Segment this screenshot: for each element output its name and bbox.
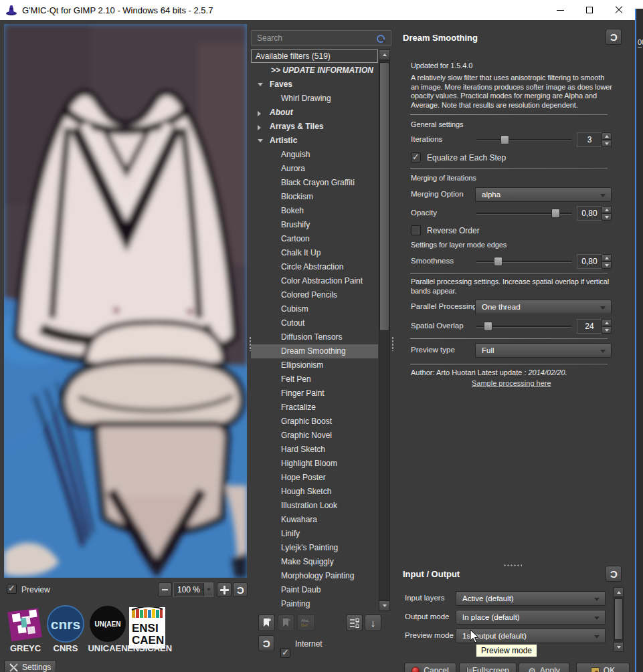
filter-item[interactable]: Hough Sketch — [251, 485, 378, 499]
filter-item[interactable]: Lylejk's Painting — [251, 541, 378, 555]
filter-item[interactable]: Cubism — [251, 302, 378, 316]
cancel-button[interactable]: Cancel — [404, 663, 456, 672]
preview-image[interactable] — [4, 24, 247, 578]
overlap-slider[interactable] — [476, 320, 572, 332]
filter-item[interactable]: Cartoon — [251, 232, 378, 246]
filter-item[interactable]: Morphology Painting — [251, 569, 378, 583]
minimize-button[interactable] — [545, 0, 575, 20]
filter-item[interactable]: Black Crayon Graffiti — [251, 176, 378, 190]
iterations-slider[interactable] — [476, 134, 572, 146]
chevron-right-icon[interactable] — [258, 125, 261, 130]
filter-category[interactable]: About — [251, 106, 378, 120]
close-button[interactable] — [604, 0, 634, 20]
filter-item[interactable]: Brushify — [251, 218, 378, 232]
spin-down-button[interactable] — [602, 326, 612, 334]
preview-checkbox[interactable] — [7, 584, 17, 594]
iterations-value[interactable]: 3 — [577, 132, 602, 147]
spin-down-button[interactable] — [602, 213, 612, 221]
sample-processing-link[interactable]: Sample processing here — [472, 379, 551, 387]
chevron-right-icon[interactable] — [258, 111, 261, 116]
maximize-button[interactable] — [575, 0, 604, 20]
chevron-down-icon[interactable] — [258, 139, 263, 142]
spin-up-button[interactable] — [602, 254, 612, 261]
filter-item[interactable]: Blockism — [251, 190, 378, 204]
equalize-checkbox[interactable] — [411, 152, 421, 162]
filter-item[interactable]: Graphic Boost — [251, 415, 378, 429]
input-layers-select[interactable]: Active (default) — [456, 591, 606, 606]
filter-item[interactable]: Colored Pencils — [251, 288, 378, 302]
filter-item[interactable]: Paint Daub — [251, 583, 378, 597]
smoothness-slider[interactable] — [476, 255, 572, 267]
io-scroll-up-button[interactable] — [614, 587, 624, 597]
opacity-spinbox[interactable]: 0,80 — [577, 206, 612, 221]
chevron-down-icon[interactable] — [258, 83, 263, 86]
search-input[interactable] — [257, 33, 371, 43]
smoothness-slider-handle[interactable] — [494, 257, 502, 266]
refresh-filters-button[interactable]: C — [258, 635, 274, 651]
zoom-in-button[interactable] — [217, 582, 232, 597]
settings-button[interactable]: Settings — [4, 660, 56, 672]
filter-item[interactable]: >> UPDATE INFORMATION — [251, 64, 378, 78]
filter-item[interactable]: Make Squiggly — [251, 555, 378, 569]
smoothness-spinbox[interactable]: 0,80 — [577, 254, 612, 269]
smoothness-value[interactable]: 0,80 — [577, 254, 602, 269]
filter-item[interactable]: Graphic Novel — [251, 429, 378, 443]
remove-fave-button[interactable] — [278, 614, 294, 631]
parallel-select[interactable]: One thread — [475, 300, 612, 314]
ok-button[interactable]: OK — [576, 663, 630, 672]
preview-type-select[interactable]: Full — [475, 343, 612, 358]
filter-item[interactable]: Cutout — [251, 316, 378, 330]
opacity-value[interactable]: 0,80 — [577, 206, 602, 221]
filter-list[interactable]: >> UPDATE INFORMATIONFavesWhirl DrawingA… — [251, 64, 378, 612]
opacity-slider[interactable] — [476, 207, 572, 219]
spin-down-button[interactable] — [602, 261, 612, 269]
overlap-slider-handle[interactable] — [484, 322, 492, 331]
spin-up-button[interactable] — [602, 319, 612, 326]
filter-item[interactable]: Circle Abstraction — [251, 260, 378, 274]
filter-item[interactable]: Color Abstraction Paint — [251, 274, 378, 288]
io-scrollbar-thumb[interactable] — [614, 598, 623, 640]
fullscreen-button[interactable]: Fullscreen — [459, 663, 517, 672]
filter-category[interactable]: Arrays & Tiles — [251, 120, 378, 134]
zoom-reset-button[interactable]: C — [233, 582, 248, 597]
spin-up-button[interactable] — [602, 206, 612, 213]
chevron-down-icon[interactable] — [203, 583, 213, 596]
add-fave-button[interactable] — [258, 614, 275, 631]
splitter-handle-left[interactable] — [249, 336, 252, 351]
filter-item[interactable]: Illustration Look — [251, 499, 378, 513]
search-field[interactable] — [251, 30, 391, 46]
spin-up-button[interactable] — [602, 132, 612, 140]
zoom-out-button[interactable] — [158, 582, 172, 597]
apply-button[interactable]: ⚙ Apply — [519, 663, 569, 672]
download-filters-button[interactable]: ↓ — [365, 614, 381, 631]
opacity-slider-handle[interactable] — [551, 209, 560, 218]
filter-item[interactable]: Dream Smoothing — [251, 344, 378, 358]
overlap-spinbox[interactable]: 24 — [577, 319, 612, 334]
filter-item[interactable]: Aurora — [251, 162, 378, 176]
output-mode-select[interactable]: In place (default) — [456, 610, 606, 625]
merging-option-select[interactable]: alpha — [475, 187, 612, 202]
filter-item[interactable]: Finger Paint — [251, 386, 378, 401]
io-scroll-down-button[interactable] — [614, 642, 624, 652]
list-scroll-down-button[interactable] — [379, 600, 390, 611]
filter-item[interactable]: Fractalize — [251, 401, 378, 415]
splitter-handle-horizontal[interactable] — [503, 564, 522, 567]
filter-item[interactable]: Bokeh — [251, 204, 378, 218]
filter-item[interactable]: Felt Pen — [251, 372, 378, 386]
filter-item[interactable]: Hard Sketch — [251, 443, 378, 457]
filter-item[interactable]: Ellipsionism — [251, 358, 378, 372]
filter-item[interactable]: Whirl Drawing — [251, 92, 378, 106]
reset-io-button[interactable]: C — [606, 566, 622, 582]
filter-item[interactable]: Diffusion Tensors — [251, 330, 378, 344]
iterations-spinbox[interactable]: 3 — [577, 132, 612, 147]
filter-item[interactable]: Hope Poster — [251, 471, 378, 485]
filter-item[interactable]: Anguish — [251, 148, 378, 162]
splitter-handle-right[interactable] — [391, 336, 394, 351]
filter-item[interactable]: Kuwahara — [251, 513, 378, 527]
filter-item[interactable]: Painting — [251, 597, 378, 611]
list-scrollbar-thumb[interactable] — [379, 62, 389, 331]
filter-item[interactable]: Highlight Bloom — [251, 457, 378, 471]
internet-checkbox[interactable] — [280, 648, 290, 658]
filter-item[interactable]: Linify — [251, 527, 378, 541]
filter-category[interactable]: Artistic — [251, 134, 378, 148]
